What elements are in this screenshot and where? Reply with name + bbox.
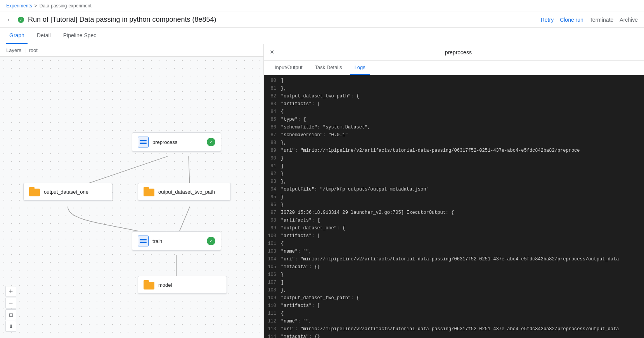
log-line-text: "type": {	[281, 116, 644, 123]
tab-graph[interactable]: Graph	[6, 28, 28, 44]
log-line-number: 100	[264, 232, 281, 239]
log-line-text: }	[281, 201, 644, 208]
clone-run-button[interactable]: Clone run	[560, 17, 583, 23]
log-line-text: ]	[281, 77, 644, 84]
log-line: 110 "artifacts": [	[264, 302, 644, 310]
log-line-text: "name": "",	[281, 318, 644, 325]
back-button[interactable]: ←	[6, 15, 14, 24]
log-line: 92 }	[264, 170, 644, 178]
log-line-text: "uri": "minio://mlpipeline/v2/artifacts/…	[281, 256, 644, 263]
node-output-dataset-two-path[interactable]: output_dataset_two_path	[138, 183, 231, 201]
detail-tab-logs[interactable]: Logs	[350, 61, 370, 75]
main-tabs: Graph Detail Pipeline Spec	[0, 28, 644, 44]
zoom-download-button[interactable]: ⬇	[5, 321, 16, 332]
breadcrumb-experiments[interactable]: Experiments	[6, 3, 32, 9]
preprocess-label: preprocess	[152, 139, 177, 145]
log-line-text: "uri": "minio://mlpipeline/v2/artifacts/…	[281, 147, 644, 154]
log-line-number: 89	[264, 147, 281, 154]
zoom-controls: + − ⊡ ⬇	[5, 286, 16, 332]
log-line: 96}	[264, 201, 644, 209]
detail-tab-task-details[interactable]: Task Details	[310, 61, 347, 75]
log-line-number: 88	[264, 139, 281, 146]
log-line-text: "uri": "minio://mlpipeline/v2/artifacts/…	[281, 326, 644, 333]
log-line-number: 87	[264, 132, 281, 139]
detail-tab-input-output[interactable]: Input/Output	[270, 61, 307, 75]
train-icon	[138, 236, 149, 246]
log-line: 107 ]	[264, 279, 644, 286]
log-line-text: },	[281, 178, 644, 185]
log-line: 95 }	[264, 193, 644, 201]
log-line-number: 90	[264, 155, 281, 162]
header-left: ← Run of [Tutorial] Data passing in pyth…	[6, 15, 216, 24]
node-preprocess[interactable]: preprocess ✓	[132, 132, 221, 152]
output-dataset-one-icon	[29, 187, 40, 196]
log-line-text: "schemaVersion": "0.0.1"	[281, 132, 644, 139]
main-layout: Layers | root	[0, 44, 644, 338]
log-line: 105 "metadata": {}	[264, 263, 644, 271]
log-line-text: "metadata": {}	[281, 263, 644, 270]
breadcrumb-sep: >	[35, 3, 37, 9]
log-line-number: 110	[264, 302, 281, 309]
node-output-dataset-one[interactable]: output_dataset_one	[23, 183, 113, 201]
log-line-number: 109	[264, 295, 281, 302]
tab-detail[interactable]: Detail	[34, 28, 54, 44]
log-line: 89 "uri": "minio://mlpipeline/v2/artifac…	[264, 147, 644, 154]
log-line: 104 "uri": "minio://mlpipeline/v2/artifa…	[264, 255, 644, 263]
log-line-number: 114	[264, 333, 281, 338]
train-label: train	[152, 238, 162, 244]
log-line: 97I0720 15:36:18.913314 29 launcher_v2.g…	[264, 209, 644, 217]
zoom-out-button[interactable]: −	[5, 298, 16, 309]
tab-pipeline-spec[interactable]: Pipeline Spec	[60, 28, 100, 44]
breadcrumb-experiment: Data-passing-experiment	[40, 3, 92, 9]
log-line: 84 {	[264, 108, 644, 116]
log-line: 94 "outputFile": "/tmp/kfp_outputs/outpu…	[264, 185, 644, 193]
log-line-text: {	[281, 240, 644, 247]
detail-panel-title: preprocess	[279, 49, 638, 55]
status-indicator	[18, 17, 24, 23]
log-line-text: ]	[281, 163, 644, 170]
log-line-number: 108	[264, 287, 281, 294]
preprocess-icon	[138, 137, 149, 147]
log-line-text: ]	[281, 279, 644, 286]
detail-header: × preprocess	[264, 44, 644, 61]
detail-close-button[interactable]: ×	[270, 48, 274, 56]
output-dataset-two-label: output_dataset_two_path	[158, 189, 215, 195]
archive-button[interactable]: Archive	[620, 17, 638, 23]
train-status: ✓	[207, 237, 215, 245]
log-output[interactable]: 80 ]81 },82 "output_dataset_two_path": {…	[264, 75, 644, 338]
graph-canvas[interactable]: preprocess ✓ output_dataset_one output_d…	[0, 57, 263, 338]
log-line: 90 }	[264, 154, 644, 162]
log-line-number: 81	[264, 85, 281, 92]
header-actions: Retry Clone run Terminate Archive	[541, 17, 638, 23]
log-line: 114 "metadata": {}	[264, 333, 644, 338]
log-line-text: {	[281, 310, 644, 317]
node-train[interactable]: train ✓	[132, 231, 221, 251]
log-line-number: 86	[264, 124, 281, 131]
preprocess-status: ✓	[207, 138, 215, 146]
toolbar-separator: |	[24, 47, 26, 53]
log-line-text: "artifacts": [	[281, 302, 644, 309]
model-label: model	[158, 282, 172, 288]
log-line-text: {	[281, 108, 644, 115]
log-line-text: "output_dataset_two_path": {	[281, 295, 644, 302]
terminate-button[interactable]: Terminate	[590, 17, 613, 23]
graph-panel: Layers | root	[0, 44, 264, 338]
log-line: 83 "artifacts": [	[264, 100, 644, 108]
log-line-number: 93	[264, 178, 281, 185]
node-model[interactable]: model	[138, 276, 227, 294]
zoom-fit-button[interactable]: ⊡	[5, 309, 16, 320]
retry-button[interactable]: Retry	[541, 17, 554, 23]
log-line: 93 },	[264, 178, 644, 185]
log-line: 87 "schemaVersion": "0.0.1"	[264, 131, 644, 139]
model-icon	[144, 280, 154, 289]
log-line-number: 82	[264, 93, 281, 100]
log-line: 111 {	[264, 310, 644, 317]
log-line: 109 "output_dataset_two_path": {	[264, 294, 644, 302]
log-line-number: 99	[264, 225, 281, 232]
log-line: 113 "uri": "minio://mlpipeline/v2/artifa…	[264, 325, 644, 333]
log-line-number: 84	[264, 108, 281, 115]
zoom-in-button[interactable]: +	[5, 286, 16, 297]
log-line-number: 112	[264, 318, 281, 325]
log-line-number: 105	[264, 263, 281, 270]
log-line: 99 "output_dataset_one": {	[264, 224, 644, 232]
